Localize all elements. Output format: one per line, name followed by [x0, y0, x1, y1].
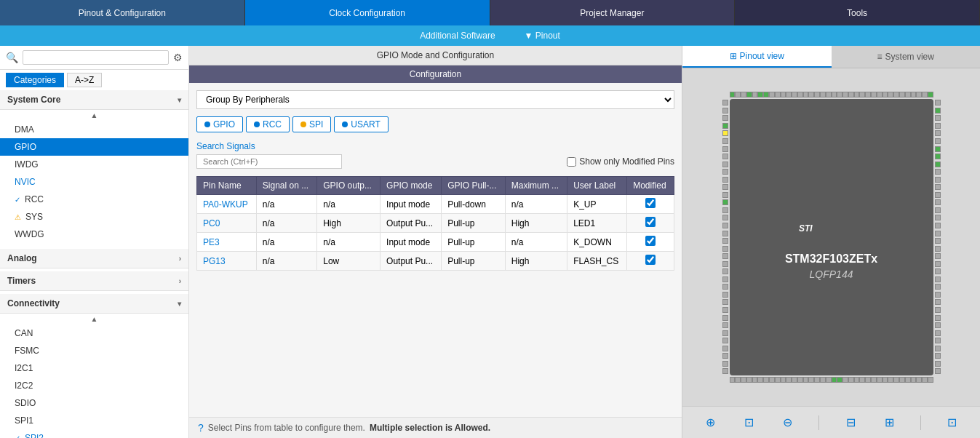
pin — [820, 92, 826, 97]
sidebar-item-i2c2[interactable]: I2C2 — [0, 377, 188, 394]
chip-logo: STI — [795, 195, 868, 247]
modified-checkbox[interactable] — [645, 236, 656, 246]
chip-outer: STI STM32F103ZETx LQFP144 — [708, 77, 955, 397]
chevron-down-icon-2: ▾ — [178, 300, 181, 308]
pin — [888, 377, 893, 383]
fit-icon[interactable]: ⊡ — [741, 413, 757, 432]
top-pin-strip — [730, 92, 933, 97]
pin — [905, 92, 911, 97]
scroll-up-btn-2[interactable]: ▲ — [0, 314, 188, 324]
pin — [775, 377, 781, 383]
pin — [935, 115, 941, 121]
sidebar-item-sdio[interactable]: SDIO — [0, 394, 188, 412]
table-row[interactable]: PE3 n/a n/a Input mode Pull-up n/a K_DOW… — [197, 233, 674, 252]
tab-a-to-z[interactable]: A->Z — [67, 73, 102, 87]
zoom-in-icon[interactable]: ⊕ — [703, 413, 718, 432]
search-input[interactable] — [23, 50, 169, 65]
pin — [899, 377, 905, 383]
sidebar-item-spi2[interactable]: SPI2 — [0, 429, 188, 438]
cell-mode: Output Pu... — [381, 214, 442, 233]
sidebar-item-wwdg[interactable]: WWDG — [0, 226, 188, 243]
pin — [935, 338, 941, 343]
right-panel-tabs: ⊞ Pinout view ≡ System view — [682, 46, 980, 68]
sidebar-item-sys[interactable]: SYS — [0, 208, 188, 226]
chevron-right-icon-2: › — [179, 277, 181, 285]
pin — [808, 377, 814, 383]
chevron-down-icon: ▾ — [178, 96, 181, 104]
pin — [722, 292, 728, 298]
grid-icon[interactable]: ⊡ — [944, 413, 960, 432]
group-timers[interactable]: Timers › — [0, 271, 188, 291]
nav-pinout-config[interactable]: Pinout & Configuration — [0, 0, 245, 25]
tab-pinout-view[interactable]: ⊞ Pinout view — [682, 46, 832, 68]
nav-clock-config[interactable]: Clock Configuration — [245, 0, 490, 25]
peripheral-tab-rcc[interactable]: RCC — [246, 116, 290, 132]
pin — [935, 307, 941, 313]
main-layout: 🔍 ⚙ Categories A->Z System Core ▾ ▲ DMA … — [0, 46, 980, 438]
table-row[interactable]: PG13 n/a Low Output Pu... Pull-up High F… — [197, 252, 674, 271]
group-analog[interactable]: Analog › — [0, 249, 188, 268]
sidebar-search-row: 🔍 ⚙ — [0, 46, 188, 70]
pin — [722, 307, 728, 313]
layout-icon[interactable]: ⊞ — [882, 413, 897, 432]
export-icon[interactable]: ⊟ — [843, 413, 859, 432]
sub-nav-additional-software[interactable]: Additional Software — [420, 31, 495, 41]
peripheral-tabs: GPIO RCC SPI USART — [196, 116, 674, 132]
nav-tools[interactable]: Tools — [735, 0, 980, 25]
pin — [722, 130, 728, 136]
pin — [722, 223, 728, 228]
sidebar-item-fsmc[interactable]: FSMC — [0, 342, 188, 359]
pin — [935, 361, 941, 367]
pin — [722, 299, 728, 305]
show-modified-checkbox[interactable] — [567, 157, 576, 167]
table-row[interactable]: PC0 n/a High Output Pu... Pull-up High L… — [197, 214, 674, 233]
pin — [832, 92, 837, 97]
pin — [722, 154, 728, 159]
signal-search-input[interactable] — [196, 154, 342, 169]
sidebar-item-iwdg[interactable]: IWDG — [0, 156, 188, 173]
table-row[interactable]: PA0-WKUP n/a n/a Input mode Pull-down n/… — [197, 195, 674, 214]
sidebar-item-gpio[interactable]: GPIO — [0, 138, 188, 156]
cell-mode: Output Pu... — [381, 252, 442, 271]
sub-navigation: Additional Software ▼ Pinout — [0, 25, 980, 46]
peripheral-tab-usart[interactable]: USART — [334, 116, 388, 132]
sidebar-item-can[interactable]: CAN — [0, 324, 188, 342]
sidebar-item-nvic[interactable]: NVIC — [0, 173, 188, 191]
pin — [722, 368, 728, 374]
tab-categories[interactable]: Categories — [6, 73, 64, 87]
zoom-out-icon[interactable]: ⊖ — [780, 413, 795, 432]
modified-checkbox[interactable] — [645, 217, 656, 227]
sub-nav-pinout[interactable]: ▼ Pinout — [525, 31, 560, 41]
sidebar-item-spi1[interactable]: SPI1 — [0, 412, 188, 429]
pin — [935, 246, 941, 252]
pin — [922, 377, 928, 383]
pin — [763, 377, 769, 383]
pin — [722, 138, 728, 144]
sidebar-item-rcc[interactable]: RCC — [0, 191, 188, 208]
pin — [722, 268, 728, 274]
pin — [722, 238, 728, 244]
group-connectivity[interactable]: Connectivity ▾ — [0, 294, 188, 314]
peripheral-tab-spi[interactable]: SPI — [292, 116, 331, 132]
col-max: Maximum ... — [505, 177, 567, 195]
nav-project-manager[interactable]: Project Manager — [490, 0, 736, 25]
gear-icon[interactable]: ⚙ — [173, 52, 183, 63]
sidebar-item-dma[interactable]: DMA — [0, 121, 188, 138]
modified-checkbox[interactable] — [645, 255, 656, 265]
modified-checkbox[interactable] — [645, 198, 656, 208]
pin — [797, 92, 803, 97]
peripheral-tab-gpio[interactable]: GPIO — [196, 116, 243, 132]
sidebar-item-i2c1[interactable]: I2C1 — [0, 359, 188, 377]
main-content: GPIO Mode and Configuration Configuratio… — [189, 46, 682, 438]
pin — [722, 199, 728, 205]
search-signals-label[interactable]: Search Signals — [196, 141, 674, 151]
cell-output: n/a — [317, 195, 381, 214]
group-system-core[interactable]: System Core ▾ — [0, 90, 188, 110]
scroll-up-btn[interactable]: ▲ — [0, 110, 188, 121]
group-by-dropdown[interactable]: Group By Peripherals Group By Pins — [196, 90, 674, 109]
pin — [797, 377, 803, 383]
tab-system-view[interactable]: ≡ System view — [832, 46, 981, 68]
chevron-right-icon: › — [179, 255, 181, 263]
pin — [722, 123, 728, 129]
pin — [722, 177, 728, 183]
